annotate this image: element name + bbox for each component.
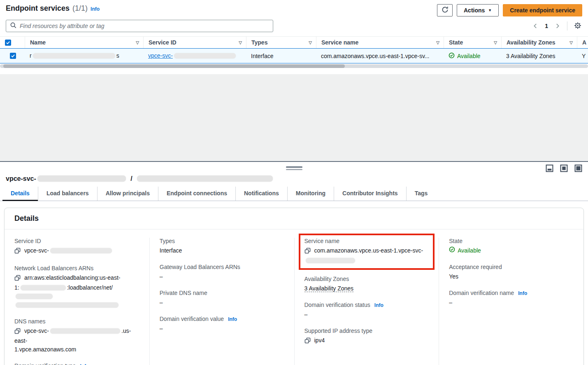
column-header-service-id[interactable]: Service ID ▽	[143, 37, 246, 48]
next-page-button[interactable]	[554, 22, 561, 30]
actions-button-label: Actions	[464, 7, 485, 14]
search-icon	[10, 22, 16, 30]
horizontal-scrollbar[interactable]	[0, 64, 588, 68]
row-service-name-cell: com.amazonaws.vpce.us-east-1.vpce-sv...	[316, 53, 444, 59]
sort-icon[interactable]: ▽	[309, 40, 312, 45]
field-types: Types Interface	[160, 238, 284, 255]
panel-side-icon	[560, 164, 568, 173]
redacted-text	[16, 302, 119, 308]
panel-maximize-button[interactable]	[574, 164, 582, 173]
row-name-cell: rs	[25, 52, 143, 59]
service-id-link[interactable]: vpce-svc-	[148, 52, 237, 59]
gear-icon	[574, 22, 581, 30]
sort-icon[interactable]: ▽	[436, 40, 439, 45]
tab-load-balancers[interactable]: Load balancers	[38, 187, 97, 201]
search-box[interactable]	[6, 20, 273, 32]
sort-icon[interactable]: ▽	[239, 40, 242, 45]
redacted-text	[33, 53, 115, 58]
info-link[interactable]: Info	[518, 290, 527, 296]
status-available-icon	[449, 52, 455, 60]
column-header-service-name[interactable]: Service name ▽	[316, 37, 444, 48]
scrollbar-thumb[interactable]	[3, 64, 345, 68]
redacted-text	[21, 285, 66, 290]
details-card-title: Details	[5, 208, 583, 229]
tab-tags[interactable]: Tags	[406, 187, 436, 201]
panel-position-bottom-button[interactable]	[546, 164, 553, 173]
tab-monitoring[interactable]: Monitoring	[287, 187, 334, 201]
field-availability-zones: Availability Zones 3 Availability Zones	[304, 276, 429, 293]
tab-contributor-insights[interactable]: Contributor Insights	[334, 187, 406, 201]
field-dns-names: DNS names vpce-svc-.us-east- 1.vpce.amaz…	[14, 318, 139, 354]
panel-position-side-button[interactable]	[560, 164, 568, 173]
tab-allow-principals[interactable]: Allow principals	[97, 187, 158, 201]
endpoint-services-table: Name ▽ Service ID ▽ Types ▽ Service name…	[0, 36, 588, 63]
page-title: Endpoint services	[6, 4, 70, 13]
annotation-highlight-box: Service name com.amazonaws.vpce.us-east-…	[299, 234, 435, 270]
panel-layout-controls	[546, 164, 582, 173]
actions-button[interactable]: Actions ▼	[457, 4, 499, 16]
redacted-text	[37, 175, 126, 182]
details-card: Details Service ID vpce-svc- Network Loa…	[4, 208, 584, 365]
row-state-cell: Available	[444, 52, 501, 60]
column-header-state[interactable]: State ▽	[444, 37, 501, 48]
panel-tabs: Details Load balancers Allow principals …	[0, 187, 588, 201]
copy-icon[interactable]	[304, 248, 311, 256]
redacted-text	[137, 175, 273, 182]
spacer	[0, 68, 588, 74]
column-header-types[interactable]: Types ▽	[246, 37, 316, 48]
page-number[interactable]: 1	[545, 23, 548, 29]
row-checkbox[interactable]	[10, 53, 16, 59]
field-glb-arns: Gateway Load Balancers ARNs –	[160, 264, 284, 281]
create-endpoint-service-button[interactable]: Create endpoint service	[503, 4, 582, 16]
redacted-text	[50, 328, 120, 334]
field-domain-verification-status: Domain verification status Info –	[304, 302, 429, 319]
tab-endpoint-connections[interactable]: Endpoint connections	[158, 187, 235, 201]
split-panel-drag-handle[interactable]	[285, 166, 303, 171]
select-all-cell	[0, 37, 25, 48]
details-column-1: Service ID vpce-svc- Network Load Balanc…	[5, 238, 149, 365]
field-domain-verification-name: Domain verification name Info –	[449, 290, 574, 307]
field-state: State Available	[449, 238, 574, 255]
info-link[interactable]: Info	[374, 302, 383, 308]
header-info-link[interactable]: Info	[91, 6, 100, 12]
tab-notifications[interactable]: Notifications	[235, 187, 287, 201]
panel-maximize-icon	[574, 164, 582, 173]
details-column-4: State Available Acceptance required Yes	[439, 238, 583, 365]
row-availability-zones-cell: 3 Availability Zones	[501, 53, 577, 59]
field-domain-verification-value: Domain verification value Info –	[160, 316, 284, 333]
redacted-text	[174, 53, 236, 58]
info-link[interactable]: Info	[80, 363, 89, 365]
column-header-availability-zones[interactable]: Availability Zones ▽	[501, 37, 577, 48]
column-header-clipped[interactable]: A	[577, 37, 588, 48]
copy-icon[interactable]	[14, 328, 21, 337]
info-link[interactable]: Info	[228, 316, 237, 322]
redacted-text	[306, 258, 355, 263]
search-input[interactable]	[20, 23, 269, 29]
field-acceptance-required: Acceptance required Yes	[449, 264, 574, 281]
row-clipped-cell: Y	[577, 53, 588, 59]
sort-icon[interactable]: ▽	[494, 40, 497, 45]
previous-page-button[interactable]	[532, 22, 539, 30]
copy-icon[interactable]	[14, 275, 21, 283]
column-header-name[interactable]: Name ▽	[25, 37, 143, 48]
copy-icon[interactable]	[14, 248, 21, 256]
toolbar: 1	[0, 16, 588, 36]
select-all-checkbox[interactable]	[5, 40, 11, 46]
availability-zones-popover-trigger[interactable]: 3 Availability Zones	[506, 53, 555, 59]
row-select-cell	[0, 53, 25, 59]
row-service-id-cell: vpce-svc-	[143, 52, 246, 59]
chevron-down-icon: ▼	[488, 8, 492, 12]
sort-icon[interactable]: ▽	[136, 40, 139, 45]
split-panel: vpce-svc- / Details Load balancers Allow…	[0, 162, 588, 364]
status-available-icon	[449, 246, 455, 255]
availability-zones-popover-trigger[interactable]: 3 Availability Zones	[304, 285, 354, 292]
redacted-text	[50, 248, 112, 253]
divider	[567, 21, 567, 30]
refresh-button[interactable]	[437, 4, 453, 16]
resource-count: (1/1)	[72, 4, 88, 13]
table-row[interactable]: rs vpce-svc- Interface com.amazonaws.vpc…	[0, 48, 588, 63]
settings-button[interactable]	[573, 21, 582, 31]
tab-details[interactable]: Details	[2, 187, 38, 201]
copy-icon[interactable]	[304, 337, 311, 346]
sort-icon[interactable]: ▽	[569, 40, 573, 45]
